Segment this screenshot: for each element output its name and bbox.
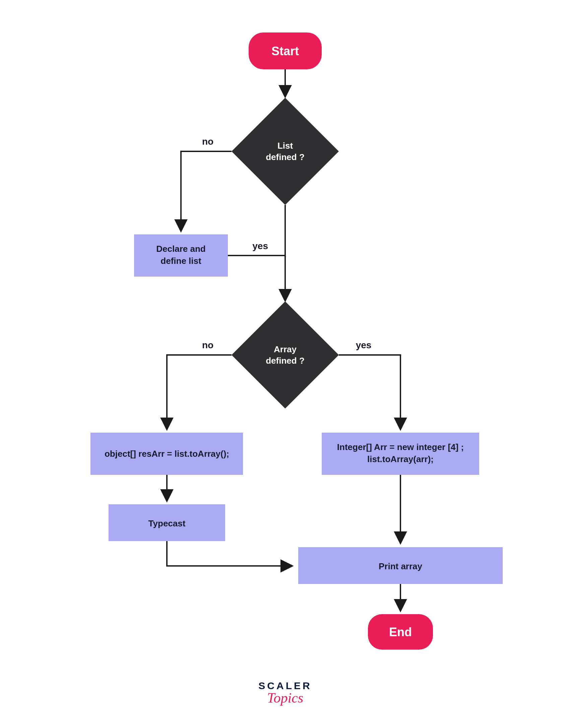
process-declare-define: Declare and define list: [134, 234, 228, 277]
d2-no-label: no: [202, 340, 213, 350]
d1-no-label: no: [202, 136, 213, 147]
edge-d2-no: [167, 355, 232, 429]
edge-d1-no: [181, 151, 232, 230]
brand-logo: SCALER Topics: [258, 680, 312, 706]
d2-yes-label: yes: [356, 340, 372, 350]
svg-rect-1: [134, 234, 228, 277]
brand-line2: Topics: [267, 690, 303, 706]
process-code-right: Integer[] Arr = new integer [4] ; list.t…: [322, 433, 479, 475]
print-text: Print array: [379, 561, 423, 571]
process-print-array: Print array: [298, 547, 503, 584]
start-label: Start: [271, 44, 299, 58]
start-terminator: Start: [249, 32, 322, 69]
flowchart-canvas: Start List defined ? no Declare and defi…: [0, 0, 570, 728]
svg-rect-4: [322, 433, 479, 475]
decision-list-defined: List defined ?: [232, 98, 339, 205]
end-terminator: End: [368, 614, 433, 650]
declare-l1: Declare and: [156, 244, 205, 254]
process-code-left: object[] resArr = list.toArray();: [90, 433, 243, 475]
decision-array-defined: Array defined ?: [232, 301, 339, 409]
d1-yes-label: yes: [252, 241, 268, 251]
code-right-l2: list.toArray(arr);: [367, 454, 434, 464]
d2-line1: Array: [274, 344, 297, 354]
code-right-l1: Integer[] Arr = new integer [4] ;: [337, 442, 464, 452]
d1-line1: List: [277, 141, 293, 151]
brand-line1: SCALER: [258, 680, 312, 691]
d1-line2: defined ?: [266, 152, 305, 162]
edge-d2-yes: [339, 355, 400, 429]
declare-l2: define list: [161, 256, 201, 266]
process-typecast: Typecast: [109, 504, 225, 541]
code-left-text: object[] resArr = list.toArray();: [105, 449, 229, 459]
d2-line2: defined ?: [266, 356, 305, 366]
edge-typecast-print: [167, 541, 292, 566]
typecast-text: Typecast: [148, 518, 186, 528]
end-label: End: [389, 625, 412, 639]
